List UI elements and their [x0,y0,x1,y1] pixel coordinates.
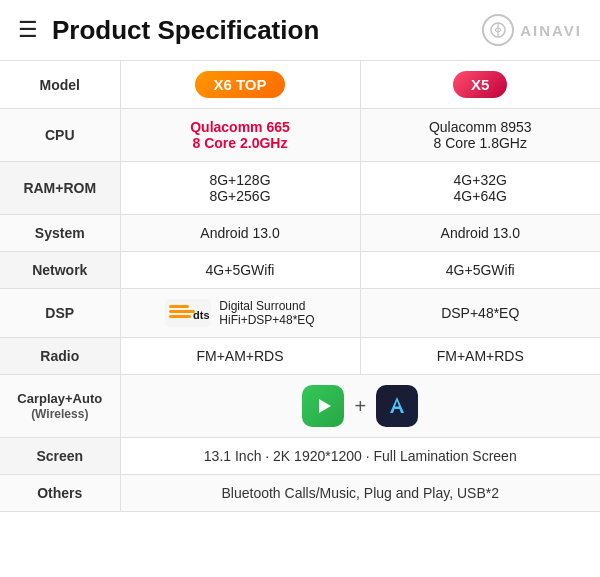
carplay-icons-group: + [133,385,589,427]
hamburger-icon[interactable]: ☰ [18,19,38,41]
page-title: Product Specification [52,15,482,46]
badge-x6-top: X6 TOP [195,71,284,98]
brand-logo: AINAVI [482,14,582,46]
col-x5-dsp: DSP+48*EQ [360,289,600,338]
col-others-value: Bluetooth Calls/Music, Plug and Play, US… [120,475,600,512]
col-x5-cpu: Qulacomm 8953 8 Core 1.8GHz [360,109,600,162]
spec-table: Model X6 TOP X5 CPU Qulacomm 665 8 Core … [0,61,600,512]
col-x6-system: Android 13.0 [120,215,360,252]
label-screen: Screen [0,438,120,475]
col-x5-network: 4G+5GWifi [360,252,600,289]
cpu-x6-line1: Qulacomm 665 [133,119,348,135]
logo-icon [482,14,514,46]
ram-x6-line1: 8G+128G [133,172,348,188]
col-x5-radio: FM+AM+RDS [360,338,600,375]
label-model: Model [0,61,120,109]
carplay-icon [302,385,344,427]
ram-x5-line1: 4G+32G [373,172,589,188]
col-x6-model: X6 TOP [120,61,360,109]
table-row: Model X6 TOP X5 [0,61,600,109]
label-carplay: Carplay+Auto(Wireless) [0,375,120,438]
plus-icon: + [354,395,366,418]
android-auto-icon [376,385,418,427]
table-row: Screen 13.1 Inch · 2K 1920*1200 · Full L… [0,438,600,475]
col-carplay-content: + [120,375,600,438]
table-row: RAM+ROM 8G+128G 8G+256G 4G+32G 4G+64G [0,162,600,215]
svg-rect-4 [169,310,195,313]
col-x6-dsp: dts Digital Surround HiFi+DSP+48*EQ [120,289,360,338]
label-system: System [0,215,120,252]
ram-x5-line2: 4G+64G [373,188,589,204]
col-x6-network: 4G+5GWifi [120,252,360,289]
table-row: DSP dts Digital Surround HiFi+DSP+48*EQ [0,289,600,338]
svg-text:dts: dts [193,309,210,321]
table-row: System Android 13.0 Android 13.0 [0,215,600,252]
label-cpu: CPU [0,109,120,162]
label-radio: Radio [0,338,120,375]
table-row: Network 4G+5GWifi 4G+5GWifi [0,252,600,289]
badge-x5: X5 [453,71,507,98]
svg-rect-3 [169,305,189,308]
col-x5-ram: 4G+32G 4G+64G [360,162,600,215]
col-x5-model: X5 [360,61,600,109]
table-row: Carplay+Auto(Wireless) + [0,375,600,438]
svg-marker-7 [319,399,331,413]
brand-name: AINAVI [520,22,582,39]
col-x6-radio: FM+AM+RDS [120,338,360,375]
label-dsp: DSP [0,289,120,338]
label-others: Others [0,475,120,512]
dsp-x6-text: Digital Surround HiFi+DSP+48*EQ [219,299,314,327]
col-x6-cpu: Qulacomm 665 8 Core 2.0GHz [120,109,360,162]
cpu-x6-line2: 8 Core 2.0GHz [133,135,348,151]
col-x6-ram: 8G+128G 8G+256G [120,162,360,215]
label-network: Network [0,252,120,289]
cpu-x5-line1: Qulacomm 8953 [373,119,589,135]
table-row: Radio FM+AM+RDS FM+AM+RDS [0,338,600,375]
svg-rect-5 [169,315,191,318]
ram-x6-line2: 8G+256G [133,188,348,204]
label-ram: RAM+ROM [0,162,120,215]
table-row: CPU Qulacomm 665 8 Core 2.0GHz Qulacomm … [0,109,600,162]
cpu-x5-line2: 8 Core 1.8GHz [373,135,589,151]
dts-icon: dts [165,299,211,327]
table-row: Others Bluetooth Calls/Music, Plug and P… [0,475,600,512]
col-x5-system: Android 13.0 [360,215,600,252]
page-header: ☰ Product Specification AINAVI [0,0,600,61]
col-screen-value: 13.1 Inch · 2K 1920*1200 · Full Laminati… [120,438,600,475]
